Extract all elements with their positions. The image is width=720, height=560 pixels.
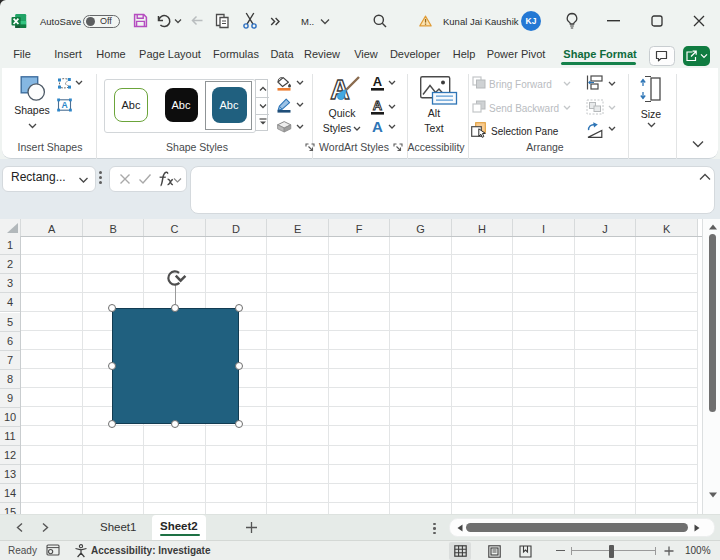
svg-text:A: A bbox=[373, 75, 383, 89]
svg-text:A: A bbox=[372, 119, 383, 135]
svg-text:A: A bbox=[61, 100, 67, 110]
svg-text:A: A bbox=[373, 99, 383, 113]
